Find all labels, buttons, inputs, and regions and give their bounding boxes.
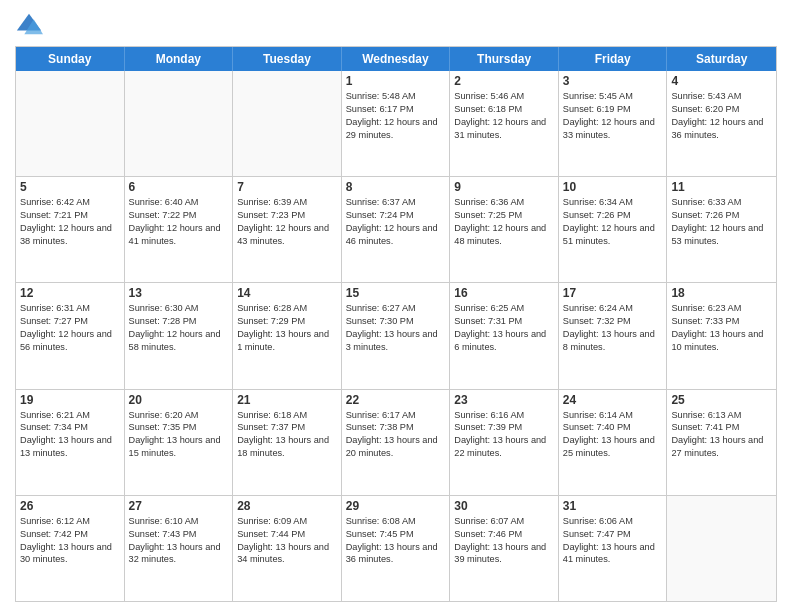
day-cell-16: 16Sunrise: 6:25 AMSunset: 7:31 PMDayligh…: [450, 283, 559, 388]
day-header-friday: Friday: [559, 47, 668, 71]
logo: [15, 10, 47, 38]
day-number: 29: [346, 499, 446, 513]
day-info: Sunrise: 6:34 AMSunset: 7:26 PMDaylight:…: [563, 196, 663, 248]
day-info: Sunrise: 6:31 AMSunset: 7:27 PMDaylight:…: [20, 302, 120, 354]
day-info: Sunrise: 6:20 AMSunset: 7:35 PMDaylight:…: [129, 409, 229, 461]
day-number: 5: [20, 180, 120, 194]
day-cell-6: 6Sunrise: 6:40 AMSunset: 7:22 PMDaylight…: [125, 177, 234, 282]
header: [15, 10, 777, 38]
day-cell-15: 15Sunrise: 6:27 AMSunset: 7:30 PMDayligh…: [342, 283, 451, 388]
day-number: 18: [671, 286, 772, 300]
day-number: 26: [20, 499, 120, 513]
day-cell-29: 29Sunrise: 6:08 AMSunset: 7:45 PMDayligh…: [342, 496, 451, 601]
day-info: Sunrise: 6:30 AMSunset: 7:28 PMDaylight:…: [129, 302, 229, 354]
day-cell-28: 28Sunrise: 6:09 AMSunset: 7:44 PMDayligh…: [233, 496, 342, 601]
day-cell-23: 23Sunrise: 6:16 AMSunset: 7:39 PMDayligh…: [450, 390, 559, 495]
day-cell-3: 3Sunrise: 5:45 AMSunset: 6:19 PMDaylight…: [559, 71, 668, 176]
day-cell-17: 17Sunrise: 6:24 AMSunset: 7:32 PMDayligh…: [559, 283, 668, 388]
day-number: 31: [563, 499, 663, 513]
day-number: 11: [671, 180, 772, 194]
day-number: 25: [671, 393, 772, 407]
day-cell-10: 10Sunrise: 6:34 AMSunset: 7:26 PMDayligh…: [559, 177, 668, 282]
day-info: Sunrise: 6:27 AMSunset: 7:30 PMDaylight:…: [346, 302, 446, 354]
day-info: Sunrise: 6:23 AMSunset: 7:33 PMDaylight:…: [671, 302, 772, 354]
day-number: 28: [237, 499, 337, 513]
day-number: 15: [346, 286, 446, 300]
day-number: 22: [346, 393, 446, 407]
day-cell-empty: [233, 71, 342, 176]
day-cell-24: 24Sunrise: 6:14 AMSunset: 7:40 PMDayligh…: [559, 390, 668, 495]
day-cell-14: 14Sunrise: 6:28 AMSunset: 7:29 PMDayligh…: [233, 283, 342, 388]
day-cell-26: 26Sunrise: 6:12 AMSunset: 7:42 PMDayligh…: [16, 496, 125, 601]
day-info: Sunrise: 6:14 AMSunset: 7:40 PMDaylight:…: [563, 409, 663, 461]
day-info: Sunrise: 6:09 AMSunset: 7:44 PMDaylight:…: [237, 515, 337, 567]
day-cell-27: 27Sunrise: 6:10 AMSunset: 7:43 PMDayligh…: [125, 496, 234, 601]
day-cell-30: 30Sunrise: 6:07 AMSunset: 7:46 PMDayligh…: [450, 496, 559, 601]
day-info: Sunrise: 6:33 AMSunset: 7:26 PMDaylight:…: [671, 196, 772, 248]
day-header-sunday: Sunday: [16, 47, 125, 71]
day-number: 2: [454, 74, 554, 88]
calendar: SundayMondayTuesdayWednesdayThursdayFrid…: [15, 46, 777, 602]
day-header-thursday: Thursday: [450, 47, 559, 71]
day-number: 23: [454, 393, 554, 407]
day-headers: SundayMondayTuesdayWednesdayThursdayFrid…: [16, 47, 776, 71]
day-cell-11: 11Sunrise: 6:33 AMSunset: 7:26 PMDayligh…: [667, 177, 776, 282]
day-cell-1: 1Sunrise: 5:48 AMSunset: 6:17 PMDaylight…: [342, 71, 451, 176]
day-cell-12: 12Sunrise: 6:31 AMSunset: 7:27 PMDayligh…: [16, 283, 125, 388]
day-cell-4: 4Sunrise: 5:43 AMSunset: 6:20 PMDaylight…: [667, 71, 776, 176]
day-number: 17: [563, 286, 663, 300]
day-info: Sunrise: 6:39 AMSunset: 7:23 PMDaylight:…: [237, 196, 337, 248]
day-number: 4: [671, 74, 772, 88]
day-info: Sunrise: 5:45 AMSunset: 6:19 PMDaylight:…: [563, 90, 663, 142]
day-info: Sunrise: 6:10 AMSunset: 7:43 PMDaylight:…: [129, 515, 229, 567]
day-info: Sunrise: 6:21 AMSunset: 7:34 PMDaylight:…: [20, 409, 120, 461]
day-cell-2: 2Sunrise: 5:46 AMSunset: 6:18 PMDaylight…: [450, 71, 559, 176]
day-info: Sunrise: 5:46 AMSunset: 6:18 PMDaylight:…: [454, 90, 554, 142]
day-info: Sunrise: 6:42 AMSunset: 7:21 PMDaylight:…: [20, 196, 120, 248]
day-number: 27: [129, 499, 229, 513]
day-number: 21: [237, 393, 337, 407]
day-cell-7: 7Sunrise: 6:39 AMSunset: 7:23 PMDaylight…: [233, 177, 342, 282]
day-info: Sunrise: 6:08 AMSunset: 7:45 PMDaylight:…: [346, 515, 446, 567]
day-cell-20: 20Sunrise: 6:20 AMSunset: 7:35 PMDayligh…: [125, 390, 234, 495]
day-cell-19: 19Sunrise: 6:21 AMSunset: 7:34 PMDayligh…: [16, 390, 125, 495]
week-row-2: 5Sunrise: 6:42 AMSunset: 7:21 PMDaylight…: [16, 176, 776, 282]
day-number: 6: [129, 180, 229, 194]
day-header-saturday: Saturday: [667, 47, 776, 71]
day-number: 13: [129, 286, 229, 300]
day-number: 8: [346, 180, 446, 194]
day-header-wednesday: Wednesday: [342, 47, 451, 71]
week-row-3: 12Sunrise: 6:31 AMSunset: 7:27 PMDayligh…: [16, 282, 776, 388]
day-cell-8: 8Sunrise: 6:37 AMSunset: 7:24 PMDaylight…: [342, 177, 451, 282]
day-cell-25: 25Sunrise: 6:13 AMSunset: 7:41 PMDayligh…: [667, 390, 776, 495]
day-info: Sunrise: 6:24 AMSunset: 7:32 PMDaylight:…: [563, 302, 663, 354]
day-number: 10: [563, 180, 663, 194]
week-row-1: 1Sunrise: 5:48 AMSunset: 6:17 PMDaylight…: [16, 71, 776, 176]
day-cell-9: 9Sunrise: 6:36 AMSunset: 7:25 PMDaylight…: [450, 177, 559, 282]
day-number: 24: [563, 393, 663, 407]
day-number: 7: [237, 180, 337, 194]
day-cell-13: 13Sunrise: 6:30 AMSunset: 7:28 PMDayligh…: [125, 283, 234, 388]
day-number: 1: [346, 74, 446, 88]
day-info: Sunrise: 5:43 AMSunset: 6:20 PMDaylight:…: [671, 90, 772, 142]
day-cell-5: 5Sunrise: 6:42 AMSunset: 7:21 PMDaylight…: [16, 177, 125, 282]
day-info: Sunrise: 6:06 AMSunset: 7:47 PMDaylight:…: [563, 515, 663, 567]
day-info: Sunrise: 6:36 AMSunset: 7:25 PMDaylight:…: [454, 196, 554, 248]
day-number: 3: [563, 74, 663, 88]
day-info: Sunrise: 6:12 AMSunset: 7:42 PMDaylight:…: [20, 515, 120, 567]
day-info: Sunrise: 6:28 AMSunset: 7:29 PMDaylight:…: [237, 302, 337, 354]
page: SundayMondayTuesdayWednesdayThursdayFrid…: [0, 0, 792, 612]
day-cell-empty: [125, 71, 234, 176]
day-number: 12: [20, 286, 120, 300]
day-cell-21: 21Sunrise: 6:18 AMSunset: 7:37 PMDayligh…: [233, 390, 342, 495]
day-info: Sunrise: 6:40 AMSunset: 7:22 PMDaylight:…: [129, 196, 229, 248]
day-cell-22: 22Sunrise: 6:17 AMSunset: 7:38 PMDayligh…: [342, 390, 451, 495]
day-number: 14: [237, 286, 337, 300]
day-info: Sunrise: 6:16 AMSunset: 7:39 PMDaylight:…: [454, 409, 554, 461]
day-number: 9: [454, 180, 554, 194]
day-header-tuesday: Tuesday: [233, 47, 342, 71]
logo-icon: [15, 10, 43, 38]
day-cell-empty: [16, 71, 125, 176]
day-header-monday: Monday: [125, 47, 234, 71]
day-info: Sunrise: 6:18 AMSunset: 7:37 PMDaylight:…: [237, 409, 337, 461]
